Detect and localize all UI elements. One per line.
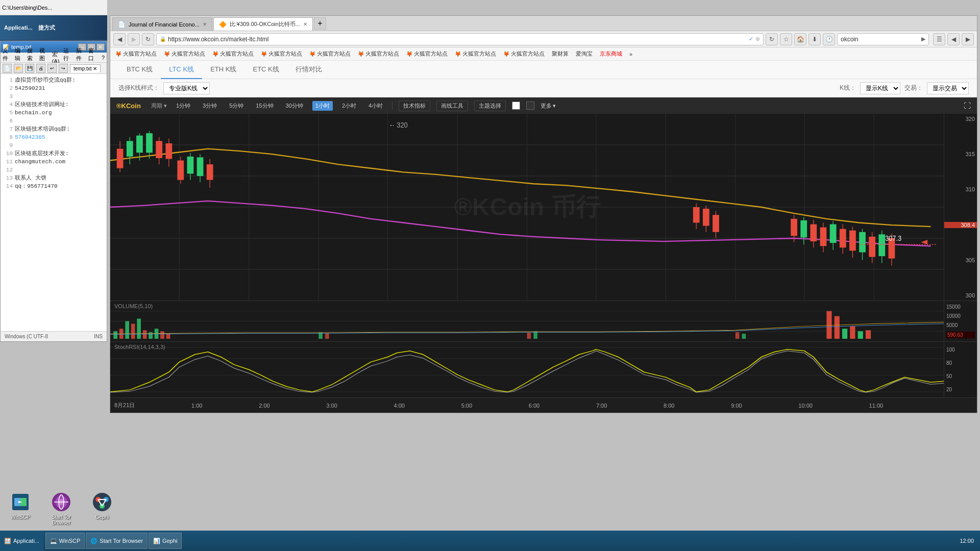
bookmark-huhu-1[interactable]: 🦊 火狐官方站点 bbox=[112, 49, 160, 59]
gephi-desktop-icon bbox=[92, 492, 112, 512]
chart-style-select[interactable]: 专业版K线 bbox=[163, 82, 210, 94]
tab-okcoin[interactable]: 🔶 比:¥309.00-OKCoin比特币... ✕ bbox=[213, 17, 313, 31]
tab-journal-close[interactable]: ✕ bbox=[203, 21, 207, 27]
nav-bar: ◀ ▶ ↻ 🔒 ✓ ⊕ ↻ ☆ 🏠 ⬇ 🕐 ▶ ☰ ◀ ▶ bbox=[110, 31, 977, 47]
fullscreen-btn[interactable]: ⛶ bbox=[964, 102, 971, 110]
close-button[interactable]: ✕ bbox=[96, 43, 105, 51]
theme-select-btn[interactable]: 主题选择 bbox=[474, 101, 506, 111]
tab-eth-kline[interactable]: ETH K线 bbox=[202, 61, 244, 79]
svg-rect-57 bbox=[859, 232, 866, 253]
svg-rect-80 bbox=[160, 331, 164, 339]
period-4h[interactable]: 4小时 bbox=[365, 101, 386, 111]
svg-rect-23 bbox=[146, 133, 153, 153]
svg-rect-37 bbox=[693, 207, 700, 223]
more-button[interactable]: ☰ bbox=[933, 33, 945, 45]
address-input[interactable] bbox=[168, 36, 747, 43]
period-1min[interactable]: 1分钟 bbox=[173, 101, 193, 111]
prev-button[interactable]: ◀ bbox=[947, 33, 960, 45]
tab-btc-kline[interactable]: BTC K线 bbox=[118, 61, 161, 79]
refresh-button[interactable]: ↻ bbox=[142, 33, 154, 45]
tab-okcoin-close[interactable]: ✕ bbox=[303, 21, 307, 27]
bookmark-huhu-7[interactable]: 🦊 火狐官方站点 bbox=[403, 49, 451, 59]
tab-journal[interactable]: 📄 Journal of Financial Econo... ✕ bbox=[112, 17, 212, 31]
bookmarks-button[interactable]: ☆ bbox=[780, 33, 792, 45]
tech-indicator-btn[interactable]: 技术指标 bbox=[399, 101, 430, 111]
time-800: 8:00 bbox=[664, 403, 674, 409]
volume-section: VOLUME(5,10) bbox=[110, 300, 977, 341]
bookmark-aitao[interactable]: 爱淘宝 bbox=[573, 49, 596, 59]
period-5min[interactable]: 5分钟 bbox=[226, 101, 247, 111]
browser-content: BTC K线 LTC K线 ETH K线 ETC K线 行情对比 选择K线样式：… bbox=[110, 61, 977, 413]
bookmark-huhu-8[interactable]: 🦊 火狐官方站点 bbox=[452, 49, 499, 59]
draw-tool-btn[interactable]: 画线工具 bbox=[436, 101, 468, 111]
reload-button[interactable]: ↻ bbox=[766, 33, 778, 45]
taskbar-gephi[interactable]: 📊 Gephi bbox=[149, 533, 182, 549]
color-swatch-dark[interactable] bbox=[526, 102, 534, 110]
new-tab-button[interactable]: + bbox=[314, 17, 326, 30]
time-1000: 10:00 bbox=[798, 403, 813, 409]
color-swatch-white[interactable] bbox=[512, 102, 520, 110]
svg-text:320: 320 bbox=[397, 120, 407, 129]
time-400: 4:00 bbox=[394, 403, 405, 409]
tab-ltc-kline[interactable]: LTC K线 bbox=[161, 61, 202, 79]
search-icon[interactable]: ▶ bbox=[921, 36, 925, 42]
menu-help[interactable]: ? bbox=[102, 55, 105, 61]
kline-select[interactable]: 显示K线 bbox=[860, 82, 900, 94]
svg-rect-43 bbox=[791, 219, 797, 236]
bookmark-huhu-3[interactable]: 🦊 火狐官方站点 bbox=[209, 49, 257, 59]
bookmark-huhu-9[interactable]: 🦊 火狐官方站点 bbox=[500, 49, 548, 59]
editor-statusbar: Windows (C UTF-8 INS bbox=[1, 331, 107, 341]
svg-rect-72 bbox=[113, 331, 117, 339]
undo-button[interactable]: ↩ bbox=[47, 64, 57, 73]
save-button[interactable]: 💾 bbox=[25, 64, 34, 73]
back-button[interactable]: ◀ bbox=[113, 33, 126, 45]
time-700: 7:00 bbox=[596, 403, 607, 409]
search-input[interactable] bbox=[841, 36, 919, 43]
editor-line-11: 11 changmutech.com bbox=[3, 158, 105, 166]
bookmark-huhu-4[interactable]: 🦊 火狐官方站点 bbox=[258, 49, 305, 59]
trade-select[interactable]: 显示交易 bbox=[927, 82, 969, 94]
menu-file[interactable]: C:\Users\bing\Des... bbox=[2, 5, 52, 11]
svg-rect-93 bbox=[866, 330, 871, 339]
bookmark-jucai[interactable]: 聚财算 bbox=[549, 49, 572, 59]
taskbar-winscp[interactable]: 💻 WinSCP bbox=[45, 533, 85, 549]
bookmark-jd[interactable]: 京东商城 bbox=[597, 49, 625, 59]
desktop-icon-tor[interactable]: Start TorBrowser bbox=[46, 492, 77, 525]
sys-tray-time: 12:00 bbox=[960, 538, 974, 544]
new-file-button[interactable]: 📄 bbox=[3, 64, 12, 73]
tab-market-compare[interactable]: 行情对比 bbox=[287, 61, 330, 79]
editor-content[interactable]: 1 虚拟货币炒币交流qq群: 2 542590231 3 4 区块链技术培训网址… bbox=[1, 74, 107, 331]
svg-text:307.3: 307.3 bbox=[885, 233, 901, 242]
period-3min[interactable]: 3分钟 bbox=[200, 101, 220, 111]
download-button[interactable]: ⬇ bbox=[808, 33, 821, 45]
bookmark-huhu-2[interactable]: 🦊 火狐官方站点 bbox=[161, 49, 208, 59]
period-1h[interactable]: 1小时 bbox=[312, 101, 333, 111]
redo-button[interactable]: ↪ bbox=[59, 64, 68, 73]
desktop-icon-winscp[interactable]: WinSCP bbox=[5, 492, 36, 525]
svg-rect-25 bbox=[156, 141, 162, 158]
svg-rect-76 bbox=[137, 319, 141, 339]
tab-etc-kline[interactable]: ETC K线 bbox=[244, 61, 287, 79]
period-2h[interactable]: 2小时 bbox=[339, 101, 359, 111]
desktop-icon-gephi[interactable]: Gephi bbox=[87, 492, 117, 525]
next-button-2[interactable]: ▶ bbox=[962, 33, 974, 45]
start-button[interactable]: 🪟 Applicati... bbox=[0, 531, 43, 551]
bookmark-huhu-5[interactable]: 🦊 火狐官方站点 bbox=[306, 49, 354, 59]
taskbar-tor[interactable]: 🌐 Start Tor Browser bbox=[86, 533, 148, 549]
bookmark-huhu-6[interactable]: 🦊 火狐官方站点 bbox=[355, 49, 402, 59]
price-3084: 308.4 bbox=[944, 222, 977, 228]
open-file-button[interactable]: 📂 bbox=[14, 64, 23, 73]
nav-right-buttons: ☆ 🏠 ⬇ 🕐 bbox=[780, 33, 835, 45]
tab-file[interactable]: temp.txt ✕ bbox=[70, 64, 101, 72]
forward-button[interactable]: ▶ bbox=[128, 33, 140, 45]
menu-macro[interactable]: 宏(A) bbox=[52, 51, 60, 64]
home-button[interactable]: 🏠 bbox=[794, 33, 806, 45]
bookmark-more[interactable]: » bbox=[626, 49, 635, 59]
period-15min[interactable]: 15分钟 bbox=[253, 101, 276, 111]
tab-journal-label: Journal of Financial Econo... bbox=[129, 21, 200, 28]
gephi-desktop-label: Gephi bbox=[95, 514, 109, 520]
print-button[interactable]: 🖨 bbox=[36, 64, 45, 73]
more-options-btn[interactable]: 更多 ▾ bbox=[541, 102, 556, 110]
period-30min[interactable]: 30分钟 bbox=[283, 101, 306, 111]
history-button[interactable]: 🕐 bbox=[823, 33, 835, 45]
